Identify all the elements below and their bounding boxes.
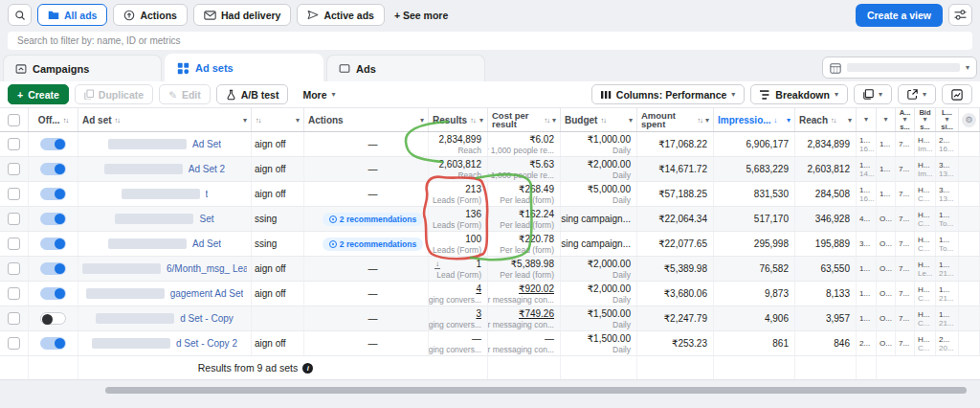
column-header-budget[interactable]: Budget↑↓▾ [561, 108, 637, 131]
reports-button[interactable]: ▾ [854, 84, 892, 104]
table-row: d Set - Copy — ↓ 3 Messaging convers... … [0, 306, 980, 331]
search-filter-button[interactable] [8, 4, 32, 26]
results-value: 2,603,812 [439, 159, 482, 170]
gear-icon[interactable]: ⚙ [962, 113, 976, 127]
column-header-reach[interactable]: Reach↑↓▾ [795, 108, 857, 131]
row-checkbox[interactable] [8, 287, 20, 300]
search-icon [14, 10, 26, 21]
row-checkbox[interactable] [8, 312, 20, 325]
main-panel: +Create Duplicate ✎ Edit A/B test More▾ … [0, 81, 980, 379]
chevron-down-icon: ▾ [552, 116, 556, 125]
chevron-down-icon: ▾ [923, 90, 926, 99]
create-button[interactable]: +Create [8, 84, 69, 104]
column-header-bid-strategy[interactable]: Bid▾s... [915, 108, 936, 131]
truncated-cell: H...C... [915, 182, 936, 206]
truncated-cell: O... [877, 282, 896, 306]
edit-button[interactable]: ✎ Edit [159, 84, 211, 104]
column-header-last-edit[interactable]: L...▾si... [936, 108, 959, 131]
action-dash: — [368, 189, 378, 199]
view-settings-button[interactable] [948, 4, 972, 26]
action-dash: — [368, 288, 378, 299]
amount-spent-value: ₹3,680.06 [664, 288, 707, 300]
adset-name-link[interactable]: t [206, 189, 209, 199]
more-button[interactable]: More▾ [294, 84, 344, 104]
delivery-toggle[interactable] [40, 262, 66, 275]
reach-value: 195,889 [815, 238, 850, 250]
date-range-dropdown[interactable]: ▾ [822, 57, 977, 79]
delivery-status: aign off [252, 157, 304, 181]
truncated-cell: O... [877, 207, 896, 231]
delivery-toggle[interactable] [40, 238, 66, 250]
tab-ads[interactable]: Ads [326, 55, 485, 81]
adset-name-link[interactable]: Ad Set 2 [189, 164, 225, 174]
delivery-toggle[interactable] [40, 312, 66, 325]
results-value: — [472, 333, 481, 345]
truncated-cell: 7... [896, 182, 915, 206]
create-view-button[interactable]: Create a view [856, 4, 943, 27]
row-checkbox[interactable] [8, 138, 20, 150]
column-header-amount-spent[interactable]: Amount spent↑↓▾ [637, 108, 714, 131]
recommendation-icon [329, 215, 337, 223]
column-header-extra-1[interactable]: ▾ [857, 108, 877, 131]
filter-chip-active-ads[interactable]: Active ads [297, 4, 385, 26]
breakdown-button[interactable]: Breakdown▾ [750, 84, 848, 104]
column-header-extra-2[interactable]: ▾ [877, 108, 896, 131]
recommendations-pill[interactable]: 2 recommendations [323, 238, 423, 251]
row-checkbox[interactable] [8, 213, 20, 225]
chevron-down-icon: ▾ [629, 116, 633, 125]
column-header-results[interactable]: Results↑↓▾ [429, 108, 488, 131]
recommendations-pill[interactable]: 2 recommendations [323, 213, 423, 226]
action-dash: — [368, 164, 378, 174]
delivery-toggle[interactable] [40, 287, 66, 300]
send-icon [307, 10, 319, 20]
adset-name-link[interactable]: d Set - Copy [180, 313, 234, 324]
impressions-value: 9,873 [765, 288, 789, 300]
column-header-actions[interactable]: Actions▾ [304, 108, 429, 131]
row-checkbox[interactable] [8, 238, 20, 250]
delivery-toggle[interactable] [40, 188, 66, 200]
filter-chip-had-delivery[interactable]: Had delivery [193, 4, 291, 26]
delivery-toggle[interactable] [40, 337, 66, 350]
column-header-impressions[interactable]: Impressio...↓▾ [714, 108, 795, 131]
column-header-cost-per-result[interactable]: Cost per result↑↓▾ [488, 108, 561, 131]
duplicate-button[interactable]: Duplicate [75, 84, 153, 104]
info-icon[interactable]: i [302, 363, 313, 374]
adset-name-link[interactable]: d Set - Copy 2 [176, 338, 237, 349]
horizontal-scrollbar[interactable] [105, 387, 967, 394]
adset-name-link[interactable]: Set [199, 214, 213, 224]
row-checkbox[interactable] [8, 337, 20, 350]
select-all-checkbox[interactable] [8, 114, 20, 126]
delivery-toggle[interactable] [40, 163, 66, 175]
delivery-toggle[interactable] [40, 138, 66, 150]
export-button[interactable]: ▾ [898, 84, 936, 104]
truncated-cell: 1... [877, 132, 896, 156]
columns-button[interactable]: Columns: Performance▾ [591, 84, 746, 104]
adset-name-link[interactable]: 6/Month_msg_ Leads... [167, 263, 247, 274]
delivery-toggle[interactable] [40, 213, 66, 225]
adset-name-link[interactable]: Ad Set [192, 139, 221, 149]
column-header-attribution[interactable]: A...▾s... [896, 108, 915, 131]
delivery-status: aign off [252, 132, 304, 156]
charts-button[interactable] [942, 84, 972, 104]
filter-chip-actions[interactable]: Actions [113, 4, 188, 26]
row-checkbox[interactable] [8, 262, 20, 275]
tab-ad-sets[interactable]: Ad sets [165, 54, 323, 81]
ab-test-button[interactable]: A/B test [216, 84, 289, 104]
search-input[interactable] [8, 32, 972, 50]
column-settings-cell: ⚙ [959, 108, 980, 131]
column-header-off[interactable]: Off...↑↓ [29, 108, 78, 131]
column-header-ad-set[interactable]: Ad set↑↓▾ [78, 108, 252, 131]
filter-chip-all-ads[interactable]: All ads [37, 4, 107, 26]
row-checkbox[interactable] [8, 188, 20, 200]
table-row: Ad Set 2 aign off — ↓ 2,603,812 Reach ₹5… [0, 157, 980, 182]
tab-campaigns[interactable]: Campaigns [3, 55, 162, 81]
chevron-down-icon: ▾ [479, 116, 483, 125]
adset-name-link[interactable]: Ad Set [192, 238, 221, 249]
column-header-delivery[interactable]: ↑↓▾ [252, 108, 304, 131]
adset-name-link[interactable]: gagement Ad Set [170, 288, 244, 299]
row-checkbox[interactable] [8, 163, 20, 175]
download-icon[interactable]: ↓ [434, 261, 440, 269]
see-more-button[interactable]: + See more [394, 10, 448, 21]
table-row: Set ssing 2 recommendations ↓ 136 Leads … [0, 207, 980, 232]
impressions-value: 831,530 [754, 189, 789, 200]
